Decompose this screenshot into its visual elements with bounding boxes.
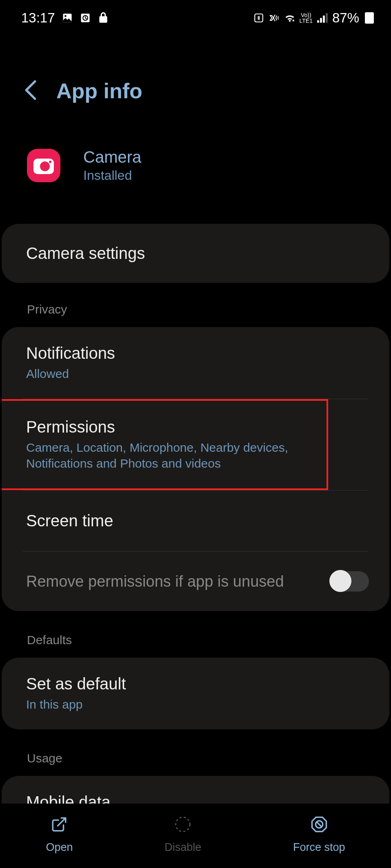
image-icon bbox=[62, 12, 73, 24]
open-icon bbox=[51, 816, 68, 835]
camera-settings-item[interactable]: Camera settings bbox=[2, 224, 389, 283]
signal-icon bbox=[317, 12, 328, 24]
permissions-subtitle: Camera, Location, Microphone, Nearby dev… bbox=[26, 440, 318, 471]
open-label: Open bbox=[46, 841, 73, 854]
set-as-default-item[interactable]: Set as default In this app bbox=[2, 658, 389, 729]
svg-point-12 bbox=[49, 161, 51, 163]
usage-section-header: Usage bbox=[0, 751, 391, 776]
app-info-row: Camera Installed bbox=[0, 103, 391, 183]
force-stop-button[interactable]: Force stop bbox=[293, 816, 345, 854]
status-left: 13:17 bbox=[21, 10, 109, 26]
set-as-default-title: Set as default bbox=[26, 675, 365, 693]
clock-icon bbox=[80, 12, 91, 24]
notifications-subtitle: Allowed bbox=[26, 366, 365, 382]
permissions-item[interactable]: Permissions Camera, Location, Microphone… bbox=[2, 399, 328, 490]
svg-rect-8 bbox=[323, 15, 325, 22]
permissions-title: Permissions bbox=[26, 418, 318, 436]
remove-permissions-item[interactable]: Remove permissions if app is unused bbox=[2, 552, 389, 611]
svg-rect-9 bbox=[326, 13, 328, 22]
page-title: App info bbox=[56, 79, 142, 103]
status-bar: 13:17 Vo))LTE1 87% bbox=[0, 0, 391, 26]
remove-permissions-switch[interactable] bbox=[330, 571, 369, 592]
status-right: Vo))LTE1 87% bbox=[253, 10, 374, 26]
vibrate-icon bbox=[269, 12, 280, 24]
remove-permissions-label: Remove permissions if app is unused bbox=[26, 573, 284, 590]
recycle-icon bbox=[253, 12, 264, 24]
notifications-item[interactable]: Notifications Allowed bbox=[2, 327, 389, 399]
open-button[interactable]: Open bbox=[46, 816, 73, 854]
app-info-text: Camera Installed bbox=[83, 148, 141, 183]
defaults-card: Set as default In this app bbox=[2, 658, 389, 729]
battery-percent: 87% bbox=[332, 10, 359, 26]
status-time: 13:17 bbox=[21, 10, 55, 26]
app-name: Camera bbox=[83, 148, 141, 166]
svg-rect-7 bbox=[320, 18, 322, 23]
camera-settings-title: Camera settings bbox=[26, 244, 365, 263]
force-stop-label: Force stop bbox=[293, 841, 345, 854]
header: App info bbox=[0, 26, 391, 103]
app-icon bbox=[27, 149, 60, 182]
force-stop-icon bbox=[311, 816, 328, 835]
disable-icon bbox=[174, 816, 191, 835]
privacy-card: Notifications Allowed Permissions Camera… bbox=[2, 327, 389, 611]
set-as-default-subtitle: In this app bbox=[26, 696, 365, 712]
svg-rect-6 bbox=[317, 20, 319, 23]
app-status: Installed bbox=[83, 168, 141, 183]
svg-point-13 bbox=[176, 817, 190, 832]
svg-point-1 bbox=[64, 15, 67, 17]
switch-knob bbox=[329, 570, 351, 592]
disable-label: Disable bbox=[164, 841, 201, 854]
battery-icon bbox=[365, 12, 374, 24]
svg-point-11 bbox=[40, 161, 50, 171]
svg-rect-5 bbox=[255, 14, 263, 22]
screen-time-item[interactable]: Screen time bbox=[2, 490, 389, 551]
bottom-bar: Open Disable Force stop bbox=[0, 804, 391, 868]
privacy-section-header: Privacy bbox=[0, 303, 391, 327]
screen-time-title: Screen time bbox=[26, 512, 365, 530]
disable-button[interactable]: Disable bbox=[164, 816, 201, 854]
wifi-icon bbox=[284, 12, 295, 24]
volte-icon: Vo))LTE1 bbox=[300, 12, 313, 24]
defaults-section-header: Defaults bbox=[0, 633, 391, 658]
lock-icon bbox=[98, 12, 109, 24]
notifications-title: Notifications bbox=[26, 344, 365, 362]
camera-settings-card: Camera settings bbox=[2, 224, 389, 283]
back-icon[interactable] bbox=[24, 80, 37, 102]
